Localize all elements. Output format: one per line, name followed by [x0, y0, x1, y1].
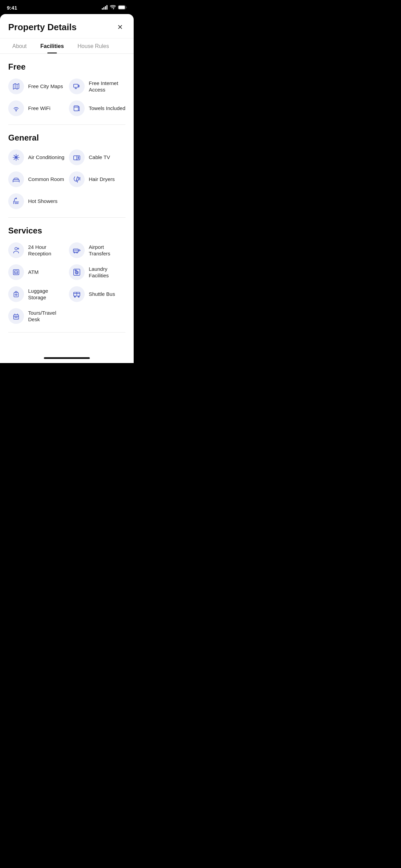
section-title-free: Free [8, 62, 125, 72]
list-item: Towels Included [69, 100, 125, 116]
list-item: Free City Maps [8, 79, 65, 94]
tours-travel-desk-label: Tours/Travel Desk [28, 310, 65, 323]
luggage-storage-icon [8, 286, 24, 302]
common-room-icon [8, 171, 24, 187]
tab-facilities[interactable]: Facilities [36, 38, 68, 53]
free-facilities-grid: Free City Maps Free Internet Access [8, 79, 125, 116]
page-title: Property Details [8, 22, 76, 33]
status-bar: 9:41 [0, 0, 134, 14]
svg-rect-0 [102, 8, 103, 10]
sheet-header: Property Details ✕ [0, 14, 134, 38]
list-item: Free Internet Access [69, 79, 125, 94]
home-bar [44, 357, 90, 359]
luggage-storage-label: Luggage Storage [28, 288, 65, 301]
list-item: Hair Dryers [69, 171, 125, 187]
svg-point-12 [16, 110, 16, 111]
free-city-maps-icon [8, 79, 24, 94]
list-item: Air Conditioning [8, 149, 65, 165]
free-wifi-label: Free WiFi [28, 105, 50, 112]
battery-icon [118, 5, 127, 11]
list-item: Hot Showers [8, 193, 65, 209]
list-item: Laundry Facilities [69, 264, 125, 280]
laundry-facilities-label: Laundry Facilities [89, 266, 125, 279]
svg-marker-6 [13, 84, 19, 89]
divider-1 [8, 124, 125, 125]
section-free: Free Free City Maps [8, 62, 125, 116]
svg-point-42 [75, 271, 78, 274]
list-item: 24 Hour Reception [8, 242, 65, 258]
list-item: Free WiFi [8, 100, 65, 116]
airport-transfers-label: Airport Transfers [89, 244, 125, 257]
svg-rect-9 [74, 84, 78, 87]
status-icons [102, 5, 127, 11]
svg-rect-56 [14, 315, 19, 319]
free-internet-access-label: Free Internet Access [89, 80, 125, 93]
status-time: 9:41 [7, 5, 17, 11]
free-internet-access-icon [69, 79, 85, 94]
towels-included-label: Towels Included [89, 105, 125, 112]
facilities-content: Free Free City Maps [0, 54, 134, 354]
svg-point-43 [76, 272, 78, 274]
svg-rect-3 [107, 5, 108, 10]
free-wifi-icon [8, 100, 24, 116]
wifi-icon [110, 5, 116, 11]
svg-point-32 [15, 248, 17, 250]
svg-rect-41 [74, 269, 80, 275]
hair-dryers-icon [69, 171, 85, 187]
section-title-services: Services [8, 226, 125, 236]
svg-point-24 [78, 158, 78, 159]
cable-tv-icon [69, 149, 85, 165]
hair-dryers-label: Hair Dryers [89, 176, 115, 183]
svg-rect-37 [13, 270, 19, 275]
divider-2 [8, 217, 125, 218]
svg-rect-5 [119, 6, 125, 9]
divider-3 [8, 332, 125, 333]
airport-transfers-icon [69, 242, 85, 258]
24-hour-reception-label: 24 Hour Reception [28, 244, 65, 257]
close-icon: ✕ [117, 23, 123, 31]
svg-rect-2 [105, 6, 106, 10]
list-item: Cable TV [69, 149, 125, 165]
svg-point-34 [74, 252, 75, 253]
list-item: Airport Transfers [69, 242, 125, 258]
close-button[interactable]: ✕ [114, 22, 125, 33]
services-facilities-grid: 24 Hour Reception Airport Transfers [8, 242, 125, 324]
hot-showers-icon [8, 193, 24, 209]
list-item: Shuttle Bus [69, 286, 125, 302]
air-conditioning-icon [8, 149, 24, 165]
section-title-general: General [8, 133, 125, 143]
tabs-container: About Facilities House Rules [0, 38, 134, 54]
tab-house-rules[interactable]: House Rules [73, 38, 113, 53]
laundry-facilities-icon [69, 264, 85, 280]
svg-point-35 [76, 252, 78, 253]
svg-rect-13 [74, 106, 78, 111]
signal-icon [102, 5, 108, 11]
cable-tv-label: Cable TV [89, 154, 110, 161]
home-indicator [0, 354, 134, 363]
hot-showers-label: Hot Showers [28, 198, 58, 205]
shuttle-bus-icon [69, 286, 85, 302]
svg-point-45 [76, 270, 76, 271]
24-hour-reception-icon [8, 242, 24, 258]
svg-line-28 [79, 178, 80, 178]
list-item: Luggage Storage [8, 286, 65, 302]
svg-point-23 [78, 157, 78, 157]
air-conditioning-label: Air Conditioning [28, 154, 64, 161]
atm-label: ATM [28, 269, 39, 276]
svg-line-30 [79, 180, 80, 180]
list-item: Common Room [8, 171, 65, 187]
svg-rect-33 [73, 249, 78, 252]
free-city-maps-label: Free City Maps [28, 83, 63, 90]
section-general: General Air Conditioning [8, 133, 125, 209]
list-item: ATM [8, 264, 65, 280]
common-room-label: Common Room [28, 176, 64, 183]
tours-travel-desk-icon [8, 308, 24, 324]
list-item: Tours/Travel Desk [8, 308, 65, 324]
shuttle-bus-label: Shuttle Bus [89, 291, 115, 298]
property-details-sheet: Property Details ✕ About Facilities Hous… [0, 14, 134, 363]
section-services: Services 24 Hour Reception [8, 226, 125, 324]
tab-about[interactable]: About [8, 38, 31, 53]
svg-rect-1 [104, 7, 105, 10]
svg-rect-38 [14, 271, 17, 273]
svg-point-44 [75, 270, 76, 271]
